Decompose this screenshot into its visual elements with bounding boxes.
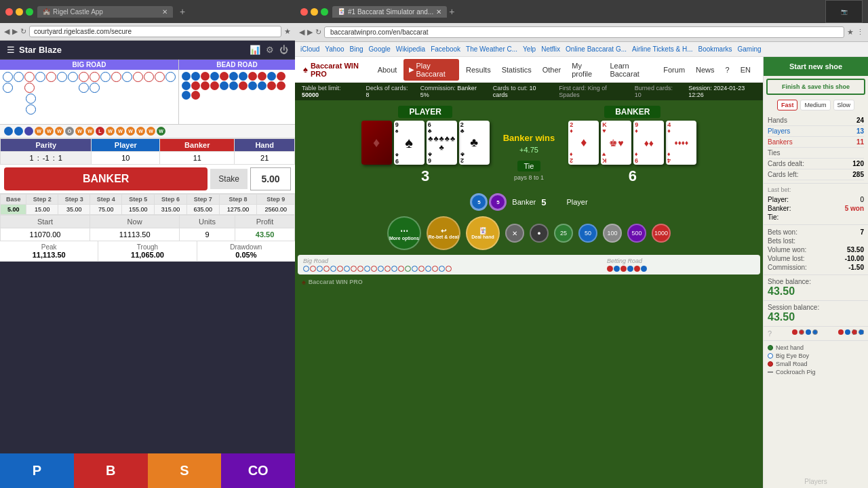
bookmark-baccarat[interactable]: Online Baccarat G... xyxy=(566,45,627,53)
shoe-balance-value: 43.50 xyxy=(768,285,864,298)
bookmark-yahoo[interactable]: Yahoo xyxy=(325,45,344,53)
banker-hand-section: BANKER 2♦ ♦ 2♦ xyxy=(568,106,696,185)
banker-bet-button[interactable]: BANKER xyxy=(4,167,208,190)
nav-other[interactable]: Other xyxy=(538,66,566,74)
co-btn[interactable]: CO xyxy=(221,453,295,488)
chip-500[interactable]: 500 xyxy=(627,224,646,243)
bead xyxy=(182,91,191,100)
rd xyxy=(371,266,377,272)
start-new-shoe-btn[interactable]: Start new shoe xyxy=(764,57,868,76)
more-options-btn[interactable]: ⋯ More options xyxy=(387,216,421,250)
nav-statistics[interactable]: Statistics xyxy=(498,66,536,74)
rd xyxy=(357,266,363,272)
rebet-btn[interactable]: ↩ Re-bet & deal xyxy=(427,216,460,250)
chip-1000[interactable]: 1000 xyxy=(652,224,671,243)
rd xyxy=(351,266,357,272)
parity-header: Parity xyxy=(1,139,92,152)
nav-help[interactable]: ? xyxy=(722,66,734,74)
bead xyxy=(191,91,200,100)
road-circle xyxy=(79,72,89,82)
banker-btn-action[interactable]: B xyxy=(74,453,148,488)
road-circle xyxy=(14,72,24,82)
s6-val: 315.00 xyxy=(155,205,187,215)
blue-chip-50[interactable]: 50 xyxy=(578,224,597,243)
peak-label: Peak xyxy=(2,243,96,251)
small-chip-btn[interactable]: ● xyxy=(530,224,549,243)
bookmark-netflix[interactable]: Netflix xyxy=(541,45,560,53)
road-circle xyxy=(122,72,132,82)
bookmark-icloud[interactable]: iCloud xyxy=(300,45,319,53)
nav-about[interactable]: About xyxy=(374,66,401,74)
rd xyxy=(323,266,330,272)
player-btn[interactable]: P xyxy=(0,453,74,488)
left-browser-tab[interactable]: 🏰 Rigel Castle App ✕ xyxy=(37,6,173,18)
menu-icon[interactable]: ☰ xyxy=(7,45,15,55)
nav-play-baccarat[interactable]: ▶ Play Baccarat xyxy=(403,59,459,81)
now-val: 11113.50 xyxy=(90,228,180,241)
bookmark-bing[interactable]: Bing xyxy=(350,45,363,53)
add-tab-btn[interactable]: + xyxy=(180,6,185,17)
tab-close[interactable]: ✕ xyxy=(162,8,167,16)
card-kh: K♥ ♚♥ K♥ xyxy=(601,121,631,165)
chip-5-purple: 5 xyxy=(489,193,507,211)
bookmark-facebook[interactable]: Facebook xyxy=(431,45,460,53)
bookmark-star-r[interactable]: ★ xyxy=(847,28,854,37)
pattern-dot-l: L xyxy=(96,127,104,136)
stake-value: 5.00 xyxy=(250,167,291,190)
deal-hand-btn[interactable]: 🃏 Deal hand xyxy=(466,216,500,250)
step5-header: Step 5 xyxy=(122,195,155,205)
speed-fast-btn[interactable]: Fast xyxy=(777,100,798,110)
nav-lang[interactable]: EN xyxy=(736,66,755,74)
forward-btn[interactable]: ▶ xyxy=(12,27,18,36)
speed-medium-btn[interactable]: Medium xyxy=(800,100,830,110)
nav-forum[interactable]: Forum xyxy=(659,66,689,74)
rd xyxy=(330,266,336,272)
address-bar-left[interactable]: courtyard.rigelcastle.com/secure xyxy=(29,26,281,37)
pattern-dot-w: W xyxy=(45,127,54,136)
nav-news[interactable]: News xyxy=(692,66,719,74)
bookmark-wikipedia[interactable]: Wikipedia xyxy=(396,45,425,53)
green-chip-25[interactable]: 25 xyxy=(554,224,573,243)
bookmark-weather[interactable]: The Weather C... xyxy=(466,45,517,53)
road-circle xyxy=(24,83,35,93)
player-score: 3 xyxy=(421,167,429,185)
refresh-btn[interactable]: ↻ xyxy=(20,27,26,36)
bookmark-star[interactable]: ★ xyxy=(284,27,291,36)
rd xyxy=(337,266,343,272)
nav-learn[interactable]: Learn Baccarat xyxy=(606,62,656,78)
forward-btn-r[interactable]: ▶ xyxy=(307,28,313,37)
legend-dot-b4 xyxy=(859,329,864,335)
add-tab-btn-r[interactable]: + xyxy=(449,6,454,17)
pattern-dot-w2: W xyxy=(157,127,165,136)
bookmark-airline[interactable]: Airline Tickets & H... xyxy=(632,45,692,53)
nav-profile[interactable]: My profile xyxy=(568,62,603,78)
refresh-btn-r[interactable]: ↻ xyxy=(315,28,321,37)
players-label: Players xyxy=(766,478,865,485)
rd-small xyxy=(634,266,640,272)
tab-close-r[interactable]: ✕ xyxy=(436,8,441,16)
bookmark-gaming[interactable]: Gaming xyxy=(738,45,762,53)
base-val: 5.00 xyxy=(1,205,26,215)
player-bet-area: Player xyxy=(566,198,587,206)
peak-cell: Peak 11,113.50 xyxy=(0,241,98,261)
cancel-chip-btn[interactable]: ✕ xyxy=(505,224,524,243)
address-bar-right[interactable]: baccaratwinpro.com/en/baccarat xyxy=(324,26,844,38)
finish-save-btn[interactable]: Finish & save this shoe xyxy=(766,79,865,95)
bookmark-bookmarks[interactable]: Bookmarks xyxy=(698,45,732,53)
bookmark-yelp[interactable]: Yelp xyxy=(523,45,536,53)
back-btn[interactable]: ◀ xyxy=(4,27,9,36)
power-icon[interactable]: ⏻ xyxy=(279,45,288,55)
nav-results[interactable]: Results xyxy=(462,66,495,74)
help-icon-sidebar[interactable]: ? xyxy=(768,329,772,338)
settings-icon[interactable]: ⚙ xyxy=(266,45,274,55)
speed-slow-btn[interactable]: Slow xyxy=(833,100,855,110)
bookmark-google[interactable]: Google xyxy=(369,45,391,53)
rd xyxy=(425,266,431,272)
squeeze-btn[interactable]: S xyxy=(148,453,222,488)
right-browser-tab-active[interactable]: 🃏 #1 Baccarat Simulator and... ✕ xyxy=(332,6,447,18)
player-cards: ♦ 9♠ ♠ 9♠ xyxy=(361,121,490,165)
back-btn-r[interactable]: ◀ xyxy=(299,28,304,37)
chart-icon[interactable]: 📊 xyxy=(250,45,260,55)
menu-dots-r[interactable]: ⋮ xyxy=(856,28,864,37)
chip-100[interactable]: 100 xyxy=(603,224,622,243)
